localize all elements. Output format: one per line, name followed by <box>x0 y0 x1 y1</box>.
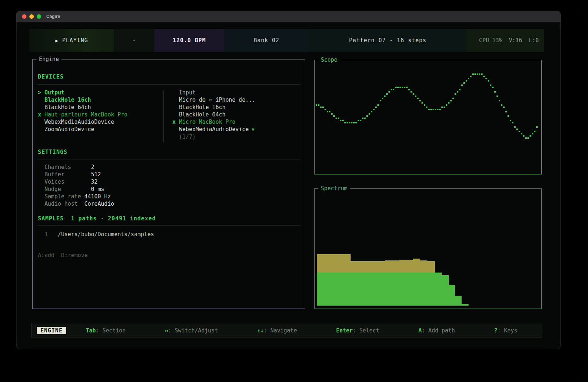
more-below-icon: ▼ <box>249 127 255 132</box>
transport-dash: - <box>114 29 154 52</box>
scope-panel-title: Scope <box>318 57 340 63</box>
cpu-stats: CPU 13% V:16 L:0 <box>467 29 544 52</box>
settings-header: SETTINGS <box>38 149 67 155</box>
device-row[interactable]: BlackHole 64ch <box>38 104 159 111</box>
output-device-list: > Output BlackHole 16ch BlackHole 64chx … <box>38 89 159 133</box>
column-divider <box>163 90 164 143</box>
input-device-list: Input Micro de « iPhone de... BlackHole … <box>172 89 297 141</box>
key-hint: Tab: Section <box>86 327 125 334</box>
settings-list: Channels 2Buffer 512Voices 32Nudge 0 msS… <box>44 163 114 208</box>
titlebar[interactable]: Cagire <box>17 11 560 22</box>
sample-path-list: 1 /Users/bubo/Documents/samples <box>38 231 154 238</box>
sample-path-row[interactable]: 1 /Users/bubo/Documents/samples <box>38 231 154 238</box>
scope-waveform <box>315 60 541 173</box>
desktop: Cagire ▶ PLAYING - 120.0 BPM Bank 02 Pat… <box>0 0 588 382</box>
traffic-lights <box>22 14 41 19</box>
device-row[interactable]: Micro de « iPhone de... <box>172 96 297 104</box>
minimize-button[interactable] <box>29 14 34 19</box>
divider <box>37 226 300 226</box>
transport-state: ▶ PLAYING <box>29 29 114 52</box>
spectrum-panel: Spectrum <box>314 188 542 309</box>
key-hint: ↔: Switch/Adjust <box>165 327 218 334</box>
device-row[interactable]: Input <box>172 89 297 96</box>
setting-row[interactable]: Sample rate 44100 Hz <box>44 193 114 200</box>
app-content: ▶ PLAYING - 120.0 BPM Bank 02 Pattern 07… <box>17 22 560 349</box>
device-row[interactable]: > Output <box>38 89 159 96</box>
key-hint: ↑↓: Navigate <box>257 327 297 334</box>
device-row[interactable]: WebexMediaAudioDevice <box>38 118 159 126</box>
setting-row[interactable]: Audio host CoreAudio <box>44 200 114 208</box>
mode-badge: ENGINE <box>37 327 66 334</box>
engine-panel: Engine DEVICES > Output BlackHole 16ch B… <box>32 59 305 309</box>
device-row[interactable]: x Haut-parleurs MacBook Pro <box>38 111 159 118</box>
device-row[interactable]: BlackHole 16ch <box>172 104 297 111</box>
play-icon: ▶ <box>55 38 58 43</box>
close-button[interactable] <box>22 14 26 19</box>
zoom-button[interactable] <box>37 14 41 19</box>
key-hint: ?: Keys <box>494 327 517 334</box>
app-window: Cagire ▶ PLAYING - 120.0 BPM Bank 02 Pat… <box>17 11 560 349</box>
status-bar: ENGINE Tab: Section↔: Switch/Adjust↑↓: N… <box>31 324 542 338</box>
spectrum-panel-title: Spectrum <box>318 185 350 192</box>
key-hints: Tab: Section↔: Switch/Adjust↑↓: Navigate… <box>66 327 537 334</box>
divider <box>37 159 300 159</box>
device-row[interactable]: (1/7) <box>172 133 297 141</box>
spectrum-chart <box>315 189 541 308</box>
samples-header: SAMPLES 1 paths · 20491 indexed <box>38 215 156 222</box>
samples-keys-hint: A:add D:remove <box>38 252 87 259</box>
key-hint: A: Add path <box>419 327 455 334</box>
setting-row[interactable]: Channels 2 <box>44 163 114 171</box>
device-row[interactable]: BlackHole 64ch <box>172 111 297 118</box>
samples-meta: 1 paths · 20491 indexed <box>71 215 156 222</box>
device-row[interactable]: BlackHole 16ch <box>38 96 159 104</box>
bank-display[interactable]: Bank 02 <box>224 29 309 52</box>
divider <box>37 84 300 85</box>
key-hint: Enter: Select <box>336 327 379 334</box>
device-row[interactable]: x Micro MacBook Pro <box>172 118 297 126</box>
window-title: Cagire <box>46 14 60 19</box>
setting-row[interactable]: Voices 32 <box>44 178 114 185</box>
pattern-display[interactable]: Pattern 07 - 16 steps <box>309 29 467 52</box>
transport-state-label: PLAYING <box>62 37 88 44</box>
engine-panel-title: Engine <box>36 56 61 62</box>
device-row[interactable]: ZoomAudioDevice <box>38 126 159 133</box>
device-row[interactable]: WebexMediaAudioDevice ▼ <box>172 126 297 133</box>
transport-bar: ▶ PLAYING - 120.0 BPM Bank 02 Pattern 07… <box>29 29 544 52</box>
setting-row[interactable]: Nudge 0 ms <box>44 185 114 193</box>
devices-header: DEVICES <box>38 73 64 80</box>
scope-panel: Scope <box>314 60 542 174</box>
bpm-display[interactable]: 120.0 BPM <box>154 29 224 52</box>
setting-row[interactable]: Buffer 512 <box>44 171 114 178</box>
